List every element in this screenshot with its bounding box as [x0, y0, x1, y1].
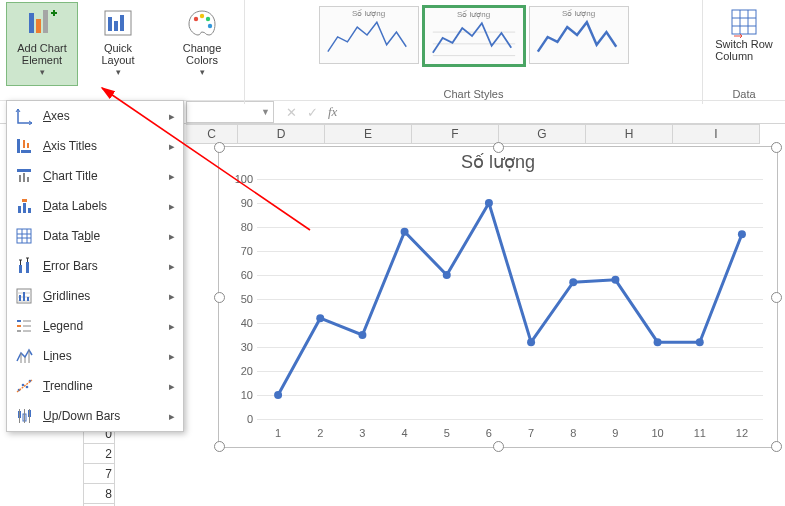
menu-item-label: Up/Down Bars: [43, 409, 120, 423]
svg-point-25: [527, 338, 535, 346]
resize-handle[interactable]: [771, 142, 782, 153]
svg-point-26: [569, 278, 577, 286]
menu-item-updown[interactable]: Up/Down Bars▸: [7, 401, 183, 431]
y-tick: 100: [227, 173, 253, 185]
menu-item-charttitle[interactable]: Chart Title▸: [7, 161, 183, 191]
name-box[interactable]: ▼: [186, 101, 274, 123]
x-tick: 1: [275, 427, 281, 439]
updown-icon: [15, 407, 33, 425]
y-tick: 70: [227, 245, 253, 257]
fx-button[interactable]: fx: [328, 104, 337, 120]
resize-handle[interactable]: [214, 142, 225, 153]
switch-row-column-button[interactable]: Switch Row Column: [709, 2, 779, 62]
svg-rect-5: [114, 21, 118, 31]
x-tick: 12: [736, 427, 748, 439]
axes-icon: [15, 107, 33, 125]
cell[interactable]: 7: [83, 464, 115, 484]
svg-rect-62: [17, 325, 21, 327]
add-chart-element-button[interactable]: Add Chart Element ▾: [6, 2, 78, 86]
x-tick: 11: [694, 427, 706, 439]
plot-area[interactable]: 0102030405060708090100123456789101112: [257, 179, 763, 419]
menu-item-trendline[interactable]: Trendline▸: [7, 371, 183, 401]
svg-rect-32: [21, 150, 31, 153]
svg-rect-61: [17, 320, 21, 322]
chevron-right-icon: ▸: [169, 170, 175, 183]
svg-point-27: [611, 276, 619, 284]
column-headers: CDEFGHI: [186, 124, 760, 144]
chevron-down-icon[interactable]: ▼: [261, 107, 273, 117]
svg-point-30: [738, 230, 746, 238]
chevron-right-icon: ▸: [169, 410, 175, 423]
y-tick: 20: [227, 365, 253, 377]
y-tick: 50: [227, 293, 253, 305]
resize-handle[interactable]: [214, 441, 225, 452]
switch-row-column-icon: [728, 6, 760, 38]
menu-item-label: Chart Title: [43, 169, 98, 183]
menu-item-gridlines[interactable]: Gridlines▸: [7, 281, 183, 311]
menu-item-label: Legend: [43, 319, 83, 333]
chevron-right-icon: ▸: [169, 110, 175, 123]
resize-handle[interactable]: [493, 142, 504, 153]
svg-rect-2: [43, 10, 48, 33]
menu-item-legend[interactable]: Legend▸: [7, 311, 183, 341]
line-series[interactable]: [257, 179, 763, 419]
add-chart-element-icon: [26, 7, 58, 39]
trendline-icon: [15, 377, 33, 395]
errorbars-icon: [15, 257, 33, 275]
chevron-right-icon: ▸: [169, 320, 175, 333]
resize-handle[interactable]: [771, 292, 782, 303]
y-tick: 10: [227, 389, 253, 401]
data-group-label: Data: [732, 86, 755, 102]
y-tick: 60: [227, 269, 253, 281]
x-tick: 7: [528, 427, 534, 439]
svg-point-22: [401, 228, 409, 236]
x-tick: 5: [444, 427, 450, 439]
name-box-input[interactable]: [187, 104, 253, 120]
change-colors-label: Change Colors: [183, 42, 222, 66]
svg-rect-63: [17, 330, 21, 332]
column-header[interactable]: C: [186, 124, 238, 144]
embedded-chart[interactable]: Số lượng 0102030405060708090100123456789…: [218, 146, 778, 448]
column-header[interactable]: E: [325, 124, 412, 144]
chart-style-2[interactable]: Số lượng: [423, 6, 525, 66]
cell[interactable]: 8: [83, 484, 115, 504]
resize-handle[interactable]: [214, 292, 225, 303]
resize-handle[interactable]: [771, 441, 782, 452]
charttitle-icon: [15, 167, 33, 185]
chart-style-1[interactable]: Số lượng: [319, 6, 419, 64]
cancel-icon[interactable]: ✕: [286, 105, 297, 120]
resize-handle[interactable]: [493, 441, 504, 452]
change-colors-button[interactable]: Change Colors ▾: [166, 2, 238, 86]
column-header[interactable]: H: [586, 124, 673, 144]
column-header[interactable]: G: [499, 124, 586, 144]
svg-point-9: [206, 17, 210, 21]
svg-rect-40: [23, 203, 26, 213]
menu-item-errorbars[interactable]: Error Bars▸: [7, 251, 183, 281]
quick-layout-button[interactable]: Quick Layout ▾: [82, 2, 154, 86]
enter-icon[interactable]: ✓: [307, 105, 318, 120]
chart-style-3[interactable]: Số lượng: [529, 6, 629, 64]
menu-item-axistitles[interactable]: Axis Titles▸: [7, 131, 183, 161]
menu-item-datatable[interactable]: Data Table▸: [7, 221, 183, 251]
menu-item-axes[interactable]: Axes▸: [7, 101, 183, 131]
column-header[interactable]: I: [673, 124, 760, 144]
x-tick: 6: [486, 427, 492, 439]
svg-rect-34: [27, 143, 29, 148]
svg-rect-0: [29, 13, 34, 33]
svg-rect-58: [19, 295, 21, 301]
chevron-right-icon: ▸: [169, 200, 175, 213]
menu-item-label: Data Table: [43, 229, 100, 243]
menu-item-datalabels[interactable]: Data Labels▸: [7, 191, 183, 221]
cell[interactable]: 2: [83, 444, 115, 464]
column-header[interactable]: F: [412, 124, 499, 144]
x-tick: 4: [402, 427, 408, 439]
menu-item-lines[interactable]: Lines▸: [7, 341, 183, 371]
svg-point-24: [485, 199, 493, 207]
x-tick: 9: [612, 427, 618, 439]
column-header[interactable]: D: [238, 124, 325, 144]
chart-styles-label: Chart Styles: [444, 86, 504, 102]
svg-rect-41: [28, 208, 31, 213]
chevron-right-icon: ▸: [169, 350, 175, 363]
chart-styles-gallery: Số lượng Số lượng Số lượng: [315, 2, 633, 70]
chevron-right-icon: ▸: [169, 380, 175, 393]
